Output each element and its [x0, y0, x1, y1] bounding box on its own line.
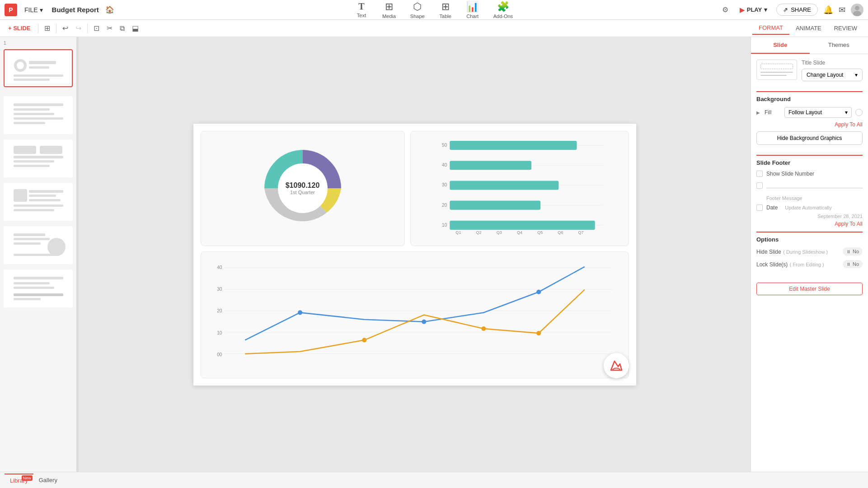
- copy-button[interactable]: ⧉: [117, 23, 127, 34]
- tool-addons[interactable]: 🧩 Add-Ons: [486, 0, 520, 21]
- donut-chart-card: $1090.120 1st Quarter: [201, 131, 405, 246]
- donut-amount: $1090.120: [286, 181, 320, 190]
- lock-slide-toggle[interactable]: ⏸ No: [843, 260, 863, 268]
- date-checkbox[interactable]: [756, 204, 763, 211]
- footer-message-checkbox[interactable]: [756, 182, 763, 189]
- play-arrow-icon: ▶: [740, 6, 745, 14]
- floating-logo-button[interactable]: [604, 353, 629, 378]
- layout-button[interactable]: ⊡: [91, 22, 102, 34]
- edit-master-slide-button[interactable]: Edit Master Slide: [756, 283, 863, 295]
- share-button[interactable]: ⇗ SHARE: [776, 4, 818, 16]
- svg-rect-48: [450, 200, 540, 209]
- apply-to-all-link-1[interactable]: Apply To All: [756, 121, 863, 128]
- svg-point-0: [855, 6, 859, 10]
- svg-rect-26: [14, 242, 41, 245]
- notification-button[interactable]: 🔔: [823, 5, 833, 15]
- svg-text:30: 30: [217, 286, 222, 291]
- tool-media[interactable]: ⊞ Media: [375, 0, 403, 21]
- slide-thumbnail-3[interactable]: [4, 139, 73, 177]
- separator-3: [87, 23, 88, 33]
- svg-rect-19: [29, 190, 63, 193]
- svg-text:40: 40: [217, 265, 222, 270]
- panel-tab-slide[interactable]: Slide: [751, 37, 810, 54]
- file-menu-button[interactable]: FILE ▾: [21, 5, 47, 15]
- play-button[interactable]: ▶ PLAY ▾: [736, 5, 771, 15]
- svg-rect-7: [14, 79, 50, 81]
- hide-background-graphics-button[interactable]: Hide Background Graphics: [756, 131, 863, 145]
- message-button[interactable]: ✉: [839, 5, 845, 15]
- slide-thumbnail-1[interactable]: [4, 49, 73, 87]
- user-avatar[interactable]: [851, 4, 863, 16]
- fill-color-swatch[interactable]: [855, 109, 863, 116]
- bottom-tab-library[interactable]: Library New: [5, 474, 33, 487]
- tool-table[interactable]: ⊞ Table: [432, 0, 459, 21]
- tool-text[interactable]: T Text: [348, 0, 375, 20]
- svg-text:Q7: Q7: [578, 230, 583, 234]
- undo-button[interactable]: ↩: [60, 22, 70, 34]
- grid-view-button[interactable]: ⊞: [42, 22, 52, 34]
- svg-text:Q2: Q2: [476, 230, 481, 234]
- svg-rect-5: [29, 66, 49, 69]
- title-slide-label: Title Slide: [802, 60, 863, 66]
- svg-text:40: 40: [442, 163, 447, 167]
- lock-slide-sub: ( From Editing ): [790, 262, 824, 267]
- addons-label: Add-Ons: [493, 14, 513, 19]
- scissors-button[interactable]: ✂: [104, 22, 115, 34]
- footer-message-input[interactable]: [766, 180, 863, 188]
- slide-thumbnail-6[interactable]: [4, 270, 73, 307]
- top-bar: P FILE ▾ Budget Report 🏠 T Text ⊞ Media …: [0, 0, 868, 20]
- date-label: Date: [766, 204, 778, 211]
- background-section-title: Background: [756, 96, 863, 102]
- tab-animate[interactable]: ANIMATE: [789, 22, 828, 35]
- svg-point-72: [536, 331, 541, 335]
- svg-rect-4: [29, 61, 56, 64]
- tab-format[interactable]: FORMAT: [752, 22, 789, 35]
- add-slide-button[interactable]: + SLIDE: [5, 23, 34, 33]
- hide-slide-label: Hide Slide: [756, 249, 781, 255]
- svg-rect-6: [14, 74, 63, 77]
- svg-rect-28: [14, 254, 54, 256]
- slide-thumbnail-4[interactable]: [4, 183, 73, 221]
- fill-arrow: ▶: [756, 110, 760, 115]
- change-layout-chevron: ▾: [855, 72, 858, 78]
- bar-chart-svg: 50 40 30 20 10: [418, 139, 621, 238]
- svg-rect-13: [14, 146, 36, 154]
- hide-slide-toggle[interactable]: ⏸ No: [843, 247, 863, 256]
- change-layout-button[interactable]: Change Layout ▾: [802, 69, 863, 81]
- date-row: Date Update Automatically: [756, 204, 863, 211]
- tool-shape[interactable]: ⬡ Shape: [403, 0, 432, 21]
- svg-rect-31: [14, 287, 54, 289]
- slide-thumbnail-5[interactable]: [4, 226, 73, 264]
- footer-message-row: [756, 180, 863, 191]
- svg-rect-30: [14, 282, 50, 284]
- table-label: Table: [440, 14, 451, 19]
- redo-button[interactable]: ↪: [73, 22, 84, 34]
- share-icon: ⇗: [783, 6, 788, 13]
- apply-to-all-link-2[interactable]: Apply To All: [756, 221, 863, 227]
- footer-message-placeholder-row: Footer Message: [756, 194, 863, 202]
- separator-2: [56, 23, 56, 33]
- bottom-tab-gallery[interactable]: Gallery: [33, 474, 63, 486]
- paste-button[interactable]: ⬓: [130, 22, 141, 34]
- edit-master-container: Edit Master Slide: [751, 278, 868, 300]
- svg-rect-23: [14, 209, 54, 211]
- slide-thumbnail-2[interactable]: [4, 96, 73, 134]
- tab-review[interactable]: REVIEW: [828, 22, 863, 35]
- show-slide-number-checkbox[interactable]: [756, 171, 763, 177]
- play-dropdown-icon: ▾: [764, 6, 767, 13]
- format-tabs: FORMAT ANIMATE REVIEW: [752, 22, 863, 35]
- svg-point-67: [298, 310, 302, 315]
- tool-chart[interactable]: 📊 Chart: [459, 0, 486, 21]
- fill-select[interactable]: Follow Layout ▾: [784, 107, 852, 118]
- svg-point-27: [47, 238, 66, 256]
- svg-point-69: [536, 289, 541, 294]
- main-area: 1: [0, 37, 868, 472]
- lock-slide-label: Lock Slide(s): [756, 261, 788, 268]
- svg-rect-46: [450, 161, 531, 170]
- line-chart-card: 40 30 20 10 00: [201, 251, 629, 378]
- settings-button[interactable]: ⚙: [720, 4, 731, 16]
- play-label: PLAY: [747, 6, 762, 13]
- addons-icon: 🧩: [497, 1, 509, 13]
- right-panel: Slide Themes Title Slide Change Layout ▾: [751, 37, 868, 472]
- panel-tab-themes[interactable]: Themes: [810, 37, 868, 54]
